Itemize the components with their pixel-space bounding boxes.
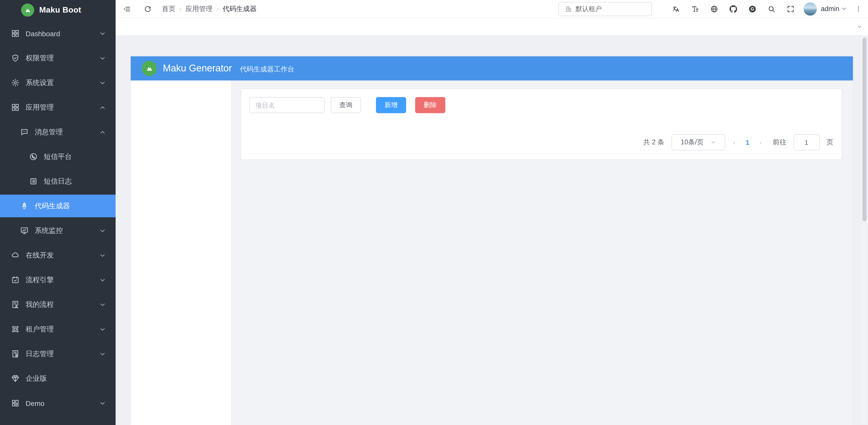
- sidebar-item-label: Demo: [26, 399, 99, 407]
- sidebar-item-在线开发[interactable]: 在线开发: [0, 244, 116, 266]
- sidebar-item-消息管理[interactable]: 消息管理: [0, 121, 116, 143]
- user-name[interactable]: admin: [821, 5, 839, 12]
- svg-text:G: G: [751, 6, 754, 11]
- docuser-icon: [11, 300, 20, 309]
- goto-label: 前往: [773, 138, 786, 147]
- avatar[interactable]: [804, 2, 817, 15]
- breadcrumb-item: 代码生成器: [223, 4, 256, 13]
- sidebar-item-label: 我的流程: [26, 300, 99, 309]
- chevron-up-icon: [99, 129, 105, 135]
- goto-page-input[interactable]: [793, 134, 819, 150]
- sidebar-item-短信日志[interactable]: 短信日志: [0, 170, 116, 193]
- page-scrollbar[interactable]: [862, 36, 867, 424]
- chevron-down-icon: [99, 55, 105, 61]
- gem-icon: [11, 374, 20, 383]
- sidebar-item-代码生成器[interactable]: 代码生成器: [0, 195, 116, 217]
- page-size-select[interactable]: 10条/页: [671, 134, 725, 150]
- next-page-button[interactable]: ›: [758, 138, 763, 146]
- chat-icon: [20, 128, 29, 136]
- app-title: Maku Boot: [39, 5, 81, 15]
- page-1-button[interactable]: 1: [744, 139, 751, 146]
- breadcrumb: 首页›应用管理›代码生成器: [162, 4, 256, 13]
- main-sidebar: Maku Boot Dashboard权限管理系统设置应用管理消息管理短信平台短…: [0, 0, 116, 425]
- topbar-tools: G: [672, 5, 795, 13]
- pagination: 共 2 条 10条/页 ‹ 1 › 前往 页: [249, 134, 833, 152]
- project-card: 查询 新增 删除 共 2 条 10条/页: [241, 88, 842, 160]
- tenant-select[interactable]: 默认租户: [558, 2, 652, 16]
- sidebar-item-label: 在线开发: [26, 251, 99, 260]
- rocket-icon: [20, 202, 29, 210]
- doccheck-icon: [11, 349, 20, 358]
- sidebar-item-Demo[interactable]: Demo: [0, 392, 116, 415]
- refresh-icon[interactable]: [144, 5, 152, 13]
- prev-page-button[interactable]: ‹: [732, 138, 736, 146]
- generator-body: 查询 新增 删除 共 2 条 10条/页: [131, 81, 853, 425]
- chevron-down-icon: [99, 326, 105, 332]
- sidebar-item-我的流程[interactable]: 我的流程: [0, 293, 116, 316]
- demogrid-icon: [11, 399, 20, 407]
- delete-button[interactable]: 删除: [415, 97, 445, 113]
- page-unit-label: 页: [827, 138, 833, 147]
- tabbar: [116, 18, 868, 36]
- tabs-dropdown-icon[interactable]: [851, 18, 868, 35]
- sidebar-item-label: 短信平台: [44, 152, 116, 161]
- sidebar-item-流程引擎[interactable]: 流程引擎: [0, 268, 116, 291]
- more-menu-icon[interactable]: [855, 5, 862, 13]
- calcheck-icon: [11, 276, 20, 284]
- generator-title: Maku Generator: [163, 63, 232, 74]
- cloud-icon: [11, 251, 20, 259]
- user-caret-down-icon[interactable]: [841, 6, 847, 11]
- monitor-icon: [20, 226, 29, 235]
- chevron-down-icon: [99, 277, 105, 283]
- sidebar-item-企业版[interactable]: 企业版: [0, 367, 116, 390]
- app-root: Maku Boot Dashboard权限管理系统设置应用管理消息管理短信平台短…: [0, 0, 868, 425]
- add-button[interactable]: 新增: [376, 97, 406, 113]
- chevron-down-icon: [99, 228, 105, 234]
- phone-icon: [29, 152, 38, 161]
- query-button[interactable]: 查询: [331, 97, 361, 113]
- maku-logo-icon: [21, 3, 34, 17]
- sidebar-item-label: 流程引擎: [26, 275, 99, 284]
- sidebar-item-label: 系统设置: [26, 78, 99, 87]
- sidebar-item-label: 权限管理: [26, 54, 99, 63]
- sidebar-item-label: 消息管理: [35, 128, 99, 137]
- sidebar-item-权限管理[interactable]: 权限管理: [0, 47, 116, 69]
- breadcrumb-item[interactable]: 首页: [162, 4, 176, 13]
- generator-subtitle: 代码生成器工作台: [240, 63, 294, 74]
- sidebar-item-label: 租户管理: [26, 325, 99, 334]
- breadcrumb-item[interactable]: 应用管理: [185, 4, 213, 13]
- chevron-down-icon: [99, 80, 105, 86]
- gear-icon: [11, 79, 20, 87]
- sidebar-item-系统设置[interactable]: 系统设置: [0, 72, 116, 94]
- font-size-icon: [691, 5, 699, 13]
- generator-content: 查询 新增 删除 共 2 条 10条/页: [232, 81, 853, 425]
- generator-menu: [131, 81, 232, 425]
- toolbar: 查询 新增 删除: [249, 97, 833, 113]
- fullscreen-icon: [786, 5, 795, 13]
- sidebar-item-短信平台[interactable]: 短信平台: [0, 145, 116, 168]
- appgrid-icon: [11, 103, 20, 112]
- gitee-icon: G: [748, 5, 756, 13]
- search-icon: [768, 5, 776, 13]
- chevron-down-icon: [711, 140, 716, 145]
- sidebar-item-日志管理[interactable]: 日志管理: [0, 342, 116, 365]
- generator-app: Maku Generator 代码生成器工作台 查询 新增 删除: [131, 56, 853, 425]
- chevron-up-icon: [99, 104, 105, 110]
- sidebar-item-租户管理[interactable]: 租户管理: [0, 318, 116, 340]
- sidebar-item-系统监控[interactable]: 系统监控: [0, 219, 116, 242]
- breadcrumb-separator-icon: ›: [217, 5, 219, 12]
- translate-icon: [672, 5, 680, 13]
- sidebar-item-label: 企业版: [26, 374, 116, 383]
- topbar: 首页›应用管理›代码生成器 默认租户 G admin: [116, 0, 868, 18]
- sidebar-item-label: 日志管理: [26, 349, 99, 358]
- scrollbar-thumb[interactable]: [862, 38, 866, 221]
- project-name-input[interactable]: [249, 97, 325, 113]
- chevron-down-icon: [99, 302, 105, 308]
- sidebar-collapse-icon[interactable]: [123, 5, 131, 13]
- sidebar-item-Dashboard[interactable]: Dashboard: [0, 22, 116, 45]
- sidebar-item-应用管理[interactable]: 应用管理: [0, 96, 116, 119]
- github-icon: [729, 5, 737, 13]
- screenshot-stage: Maku Boot Dashboard权限管理系统设置应用管理消息管理短信平台短…: [0, 0, 868, 425]
- listdoc-icon: [29, 177, 38, 186]
- frame-icon: [11, 325, 20, 334]
